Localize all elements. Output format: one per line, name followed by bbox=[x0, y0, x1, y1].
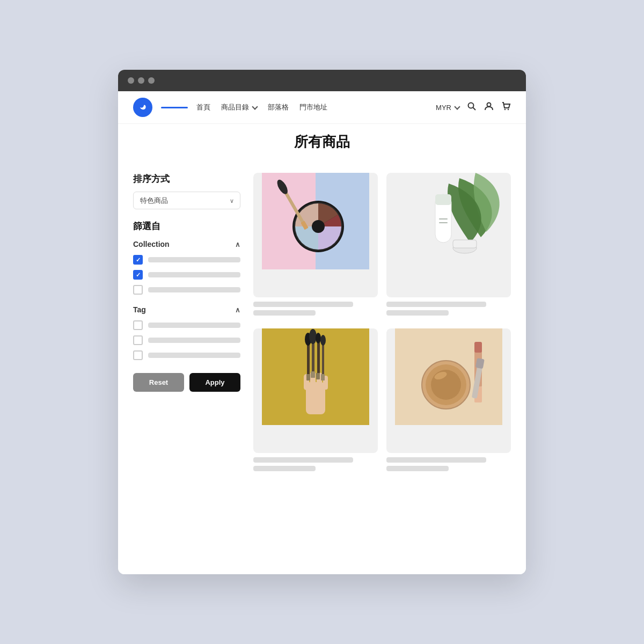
apply-button[interactable]: Apply bbox=[189, 373, 240, 392]
browser-window: 首頁 商品目錄 部落格 門市地址 MYR bbox=[118, 70, 526, 574]
svg-line-2 bbox=[473, 107, 476, 110]
tag-header[interactable]: Tag ∧ bbox=[133, 305, 240, 314]
svg-rect-35 bbox=[316, 373, 320, 379]
nav-logo-line bbox=[161, 107, 188, 108]
sidebar: 排序方式 特色商品 篩選自 Collection ∧ bbox=[133, 173, 240, 475]
collection-item-line-3 bbox=[148, 287, 240, 292]
svg-point-5 bbox=[508, 108, 509, 109]
product-image-4 bbox=[386, 328, 511, 453]
product-info-2 bbox=[386, 297, 511, 320]
svg-point-10 bbox=[312, 220, 325, 233]
nav-catalog[interactable]: 商品目錄 bbox=[221, 103, 257, 112]
tag-item-line-3 bbox=[148, 353, 240, 358]
navigation: 首頁 商品目錄 部落格 門市地址 MYR bbox=[118, 91, 526, 124]
svg-rect-29 bbox=[306, 374, 310, 380]
nav-right: MYR bbox=[436, 101, 511, 114]
collection-item-line-1 bbox=[148, 257, 240, 262]
product-info-4 bbox=[386, 453, 511, 475]
main-content: 排序方式 特色商品 篩選自 Collection ∧ bbox=[118, 162, 526, 486]
svg-point-34 bbox=[316, 333, 321, 343]
collection-item-line-2 bbox=[148, 272, 240, 277]
traffic-dot-1 bbox=[128, 77, 134, 84]
svg-rect-18 bbox=[439, 222, 448, 223]
svg-rect-45 bbox=[474, 342, 482, 353]
svg-point-37 bbox=[320, 335, 326, 346]
filter-label: 篩選自 bbox=[133, 220, 240, 232]
tag-item-3 bbox=[133, 350, 240, 360]
nav-links: 首頁 商品目錄 部落格 門市地址 bbox=[196, 103, 427, 112]
sort-select[interactable]: 特色商品 bbox=[133, 192, 240, 209]
collection-chevron-icon: ∧ bbox=[235, 240, 240, 248]
currency-chevron-icon bbox=[454, 104, 460, 109]
traffic-dot-3 bbox=[148, 77, 155, 84]
product-price-line-4 bbox=[386, 466, 449, 471]
tag-checkbox-3[interactable] bbox=[133, 350, 143, 360]
product-info-1 bbox=[253, 297, 378, 320]
browser-content: 首頁 商品目錄 部落格 門市地址 MYR bbox=[118, 91, 526, 574]
svg-point-31 bbox=[309, 329, 317, 344]
product-card-3[interactable] bbox=[253, 328, 378, 475]
product-price-line-1 bbox=[253, 310, 316, 316]
collection-checkbox-2[interactable] bbox=[133, 270, 143, 280]
tag-checkbox-2[interactable] bbox=[133, 335, 143, 345]
filter-buttons: Reset Apply bbox=[133, 373, 240, 392]
nav-home[interactable]: 首頁 bbox=[196, 103, 210, 112]
svg-rect-16 bbox=[435, 194, 451, 205]
svg-point-4 bbox=[504, 108, 506, 109]
page-title-row: 所有商品 bbox=[118, 124, 526, 162]
svg-rect-38 bbox=[321, 374, 325, 380]
catalog-chevron-icon bbox=[252, 104, 258, 109]
browser-titlebar bbox=[118, 70, 526, 91]
svg-rect-33 bbox=[317, 338, 320, 377]
collection-item-2 bbox=[133, 270, 240, 280]
sort-select-wrapper: 特色商品 bbox=[133, 192, 240, 209]
tag-checkbox-1[interactable] bbox=[133, 320, 143, 330]
collection-header[interactable]: Collection ∧ bbox=[133, 240, 240, 248]
product-name-line-3 bbox=[253, 457, 353, 463]
cart-icon[interactable] bbox=[501, 101, 511, 114]
svg-rect-32 bbox=[311, 371, 315, 378]
product-price-line-3 bbox=[253, 466, 316, 471]
page-title: 所有商品 bbox=[118, 133, 526, 151]
product-card-4[interactable] bbox=[386, 328, 511, 475]
sort-label: 排序方式 bbox=[133, 173, 240, 185]
tag-chevron-icon: ∧ bbox=[235, 306, 240, 314]
product-card-2[interactable] bbox=[386, 173, 511, 320]
product-image-2 bbox=[386, 173, 511, 297]
products-section bbox=[253, 173, 511, 475]
nav-blog[interactable]: 部落格 bbox=[268, 103, 289, 112]
product-info-3 bbox=[253, 453, 378, 475]
svg-point-1 bbox=[469, 103, 474, 108]
product-name-line-2 bbox=[386, 302, 486, 307]
tag-item-1 bbox=[133, 320, 240, 330]
product-card-1[interactable] bbox=[253, 173, 378, 320]
tag-item-line-1 bbox=[148, 323, 240, 328]
account-icon[interactable] bbox=[484, 101, 494, 114]
product-price-line-2 bbox=[386, 310, 449, 316]
tag-item-2 bbox=[133, 335, 240, 345]
reset-button[interactable]: Reset bbox=[133, 373, 184, 392]
logo[interactable] bbox=[133, 98, 152, 117]
collection-filter-section: Collection ∧ bbox=[133, 240, 240, 295]
collection-item-1 bbox=[133, 255, 240, 265]
product-name-line-1 bbox=[253, 302, 353, 307]
tag-item-line-2 bbox=[148, 338, 240, 343]
svg-point-3 bbox=[487, 103, 491, 106]
collection-checkbox-3[interactable] bbox=[133, 285, 143, 295]
nav-store[interactable]: 門市地址 bbox=[299, 103, 327, 112]
svg-point-0 bbox=[138, 103, 148, 112]
traffic-dot-2 bbox=[138, 77, 144, 84]
svg-rect-20 bbox=[453, 240, 477, 248]
tag-filter-section: Tag ∧ bbox=[133, 305, 240, 360]
product-name-line-4 bbox=[386, 457, 486, 463]
collection-item-3 bbox=[133, 285, 240, 295]
search-icon[interactable] bbox=[467, 101, 477, 114]
collection-checkbox-1[interactable] bbox=[133, 255, 143, 265]
svg-rect-36 bbox=[322, 340, 324, 377]
product-image-3 bbox=[253, 328, 378, 453]
products-grid bbox=[253, 173, 511, 475]
currency-selector[interactable]: MYR bbox=[436, 104, 459, 112]
product-image-1 bbox=[253, 173, 378, 297]
svg-rect-17 bbox=[439, 218, 448, 219]
